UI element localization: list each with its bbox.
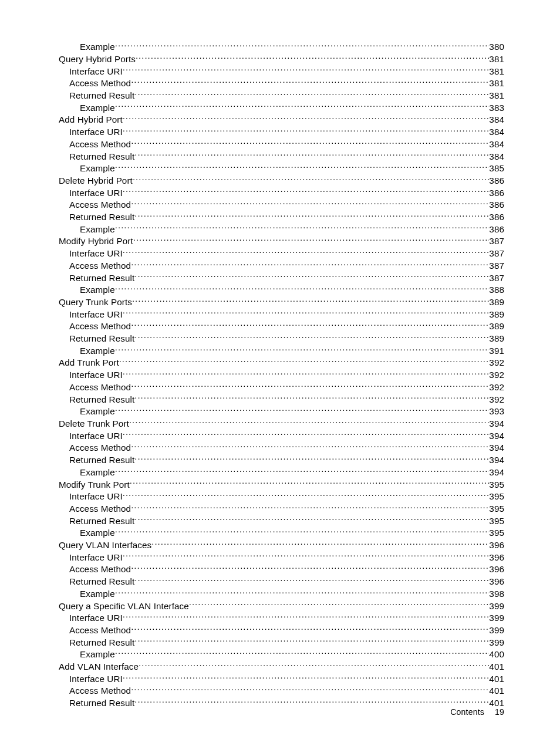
toc-entry[interactable]: Interface URI389 — [59, 308, 504, 320]
toc-entry[interactable]: Example395 — [59, 527, 504, 539]
toc-leader-dots — [136, 53, 489, 62]
toc-entry[interactable]: Interface URI394 — [59, 430, 504, 443]
toc-entry[interactable]: Returned Result386 — [59, 211, 504, 224]
toc-entry-page: 395 — [489, 491, 504, 503]
toc-entry[interactable]: Returned Result395 — [59, 515, 504, 527]
toc-entry[interactable]: Returned Result399 — [59, 636, 504, 649]
toc-entry[interactable]: Example400 — [59, 649, 504, 661]
toc-leader-dots — [115, 102, 490, 111]
toc-entry[interactable]: Example391 — [59, 345, 504, 357]
toc-leader-dots — [134, 272, 489, 281]
toc-entry[interactable]: Returned Result381 — [59, 90, 504, 102]
toc-entry[interactable]: Interface URI386 — [59, 187, 504, 199]
toc-entry-label: Access Method — [69, 685, 131, 697]
toc-entry[interactable]: Query a Specific VLAN Interface 399 — [59, 600, 504, 612]
toc-entry-page: 401 — [489, 673, 504, 686]
toc-entry[interactable]: Add Hybrid Port384 — [59, 114, 504, 126]
toc-entry[interactable]: Returned Result401 — [59, 697, 504, 710]
page-footer: Contents 19 — [450, 707, 504, 717]
toc-entry-page: 394 — [489, 430, 504, 443]
toc-entry-label: Returned Result — [69, 394, 134, 406]
toc-entry-label: Access Method — [69, 320, 131, 333]
toc-entry[interactable]: Delete Hybrid Port386 — [59, 175, 504, 187]
toc-entry-page: 387 — [489, 272, 504, 285]
toc-entry-page: 381 — [489, 66, 504, 78]
toc-entry[interactable]: Example393 — [59, 406, 504, 418]
toc-entry-label: Modify Trunk Port — [59, 479, 130, 491]
toc-entry[interactable]: Interface URI381 — [59, 65, 504, 77]
toc-entry-page: 386 — [489, 199, 504, 211]
toc-entry-page: 384 — [489, 114, 504, 126]
toc-entry[interactable]: Delete Trunk Port394 — [59, 418, 504, 430]
toc-entry-page: 389 — [489, 296, 504, 309]
toc-entry[interactable]: Example388 — [59, 284, 504, 296]
toc-entry-label: Add Hybrid Port — [59, 114, 123, 126]
toc-entry[interactable]: Interface URI392 — [59, 369, 504, 382]
toc-entry[interactable]: Returned Result384 — [59, 150, 504, 163]
toc-entry-page: 392 — [489, 357, 504, 369]
toc-entry[interactable]: Returned Result392 — [59, 393, 504, 406]
toc-entry-page: 381 — [489, 90, 504, 102]
toc-entry[interactable]: Interface URI396 — [59, 552, 504, 564]
toc-entry-label: Query VLAN Interfaces — [59, 539, 151, 552]
toc-entry-page: 395 — [489, 527, 504, 539]
toc-entry[interactable]: Returned Result394 — [59, 454, 504, 467]
toc-entry[interactable]: Interface URI384 — [59, 126, 504, 139]
toc-entry-label: Access Method — [69, 77, 131, 90]
toc-entry[interactable]: Access Method399 — [59, 625, 504, 637]
toc-entry-page: 394 — [489, 442, 504, 454]
toc-leader-dots — [123, 248, 490, 256]
toc-entry[interactable]: Example386 — [59, 224, 504, 236]
toc-entry[interactable]: Add VLAN Interface401 — [59, 661, 504, 673]
toc-entry-page: 389 — [489, 333, 504, 345]
toc-leader-dots — [131, 199, 489, 208]
toc-entry[interactable]: Modify Trunk Port395 — [59, 478, 504, 491]
toc-entry-label: Example — [80, 41, 115, 53]
toc-entry[interactable]: Access Method395 — [59, 503, 504, 515]
toc-entry[interactable]: Example398 — [59, 588, 504, 600]
toc-leader-dots — [123, 126, 490, 135]
toc-entry[interactable]: Access Method386 — [59, 199, 504, 211]
toc-entry[interactable]: Interface URI387 — [59, 248, 504, 260]
toc-leader-dots — [129, 418, 489, 427]
toc-entry[interactable]: Example383 — [59, 102, 504, 114]
toc-entry[interactable]: Access Method392 — [59, 382, 504, 394]
toc-entry[interactable]: Access Method384 — [59, 139, 504, 151]
toc-entry-label: Returned Result — [69, 454, 134, 467]
toc-entry-label: Interface URI — [69, 673, 123, 686]
toc-entry[interactable]: Query Trunk Ports389 — [59, 296, 504, 309]
toc-entry[interactable]: Access Method401 — [59, 685, 504, 697]
toc-entry[interactable]: Query Hybrid Ports381 — [59, 53, 504, 66]
toc-entry[interactable]: Access Method381 — [59, 77, 504, 90]
toc-leader-dots — [115, 345, 490, 354]
toc-entry-label: Access Method — [69, 382, 131, 394]
toc-leader-dots — [131, 503, 489, 512]
toc-entry-label: Interface URI — [69, 126, 123, 139]
toc-entry[interactable]: Returned Result396 — [59, 576, 504, 588]
toc-entry[interactable]: Modify Hybrid Port387 — [59, 235, 504, 248]
toc-leader-dots — [151, 539, 489, 548]
toc-entry[interactable]: Example380 — [59, 41, 504, 53]
toc-entry-label: Add VLAN Interface — [59, 661, 139, 673]
toc-entry[interactable]: Access Method387 — [59, 260, 504, 272]
toc-entry-page: 384 — [489, 151, 504, 163]
toc-leader-dots — [134, 150, 489, 159]
toc-entry-page: 387 — [489, 260, 504, 272]
toc-entry[interactable]: Access Method396 — [59, 563, 504, 576]
toc-entry-page: 400 — [489, 649, 504, 661]
toc-entry[interactable]: Example385 — [59, 163, 504, 175]
toc-entry[interactable]: Access Method394 — [59, 442, 504, 454]
toc-entry[interactable]: Interface URI399 — [59, 612, 504, 625]
toc-entry[interactable]: Returned Result387 — [59, 272, 504, 284]
toc-entry[interactable]: Access Method389 — [59, 320, 504, 333]
toc-entry[interactable]: Returned Result389 — [59, 333, 504, 345]
toc-leader-dots — [115, 284, 490, 293]
toc-entry[interactable]: Interface URI401 — [59, 673, 504, 686]
toc-entry[interactable]: Interface URI395 — [59, 491, 504, 503]
toc-entry-page: 394 — [489, 467, 504, 479]
toc-entry[interactable]: Example394 — [59, 467, 504, 479]
toc-entry[interactable]: Query VLAN Interfaces396 — [59, 539, 504, 552]
toc-leader-dots — [131, 685, 489, 694]
toc-entry[interactable]: Add Trunk Port392 — [59, 357, 504, 369]
footer-label: Contents — [450, 707, 484, 717]
